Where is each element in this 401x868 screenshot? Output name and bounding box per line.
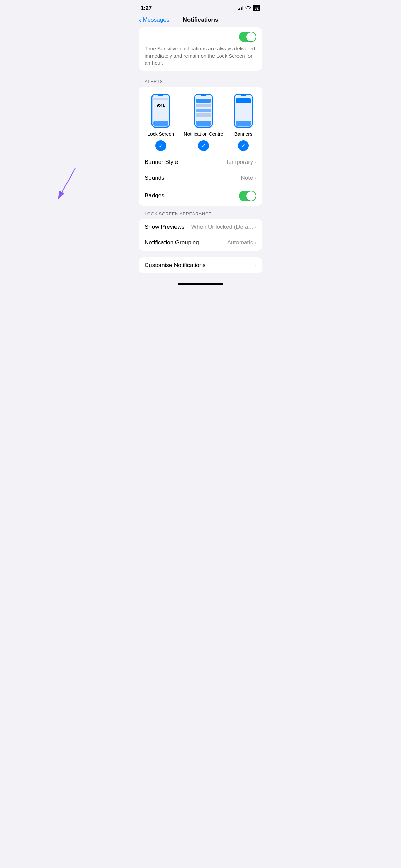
banner-style-chevron: › [254,159,256,166]
show-previews-row[interactable]: Show Previews When Unlocked (Defa... › [139,219,262,235]
content-area: Time Sensitive notifications are always … [134,27,267,273]
banners-phone-icon [233,94,254,128]
notification-centre-phone-icon [193,94,214,128]
svg-rect-2 [153,98,168,100]
back-button[interactable]: ‹ Messages [139,16,169,23]
time-sensitive-card: Time Sensitive notifications are always … [139,27,262,71]
show-previews-current: When Unlocked (Defa... [191,224,253,230]
lock-screen-check[interactable]: ✓ [155,140,166,151]
lock-screen-section-label: LOCK SCREEN APPEARANCE [139,206,262,219]
lock-screen-label: Lock Screen [147,131,174,137]
svg-rect-15 [236,121,251,126]
time-sensitive-toggle-row [145,32,256,42]
battery-icon: 82 [253,5,260,11]
notification-centre-check[interactable]: ✓ [198,140,209,151]
status-bar: 1:27 82 [134,0,267,14]
banner-style-label: Banner Style [145,159,178,166]
home-bar [178,283,223,285]
svg-rect-14 [236,98,251,103]
alert-option-lock-screen[interactable]: 9:41 Lock Screen ✓ [147,94,174,151]
badges-label: Badges [145,192,165,199]
show-previews-chevron: › [254,224,256,230]
time-sensitive-description: Time Sensitive notifications are always … [145,45,256,67]
sounds-chevron: › [254,174,256,181]
page-title: Notifications [183,16,218,23]
sounds-current: Note [241,174,253,181]
alert-option-banners[interactable]: Banners ✓ [233,94,254,151]
sounds-value: Note › [241,174,256,181]
sounds-label: Sounds [145,174,165,181]
svg-rect-9 [196,109,211,112]
back-chevron-icon: ‹ [139,16,142,23]
banners-check[interactable]: ✓ [238,140,249,151]
notification-centre-label: Notification Centre [184,131,223,137]
svg-rect-6 [201,95,206,96]
back-label: Messages [143,16,169,23]
badges-toggle[interactable] [239,191,256,201]
notification-grouping-row[interactable]: Notification Grouping Automatic › [139,235,262,251]
customise-notifications-value: › [254,262,256,269]
customise-notifications-label: Customise Notifications [145,262,206,269]
banners-label: Banners [234,131,252,137]
status-time: 1:27 [141,5,152,12]
svg-rect-11 [196,121,211,126]
svg-rect-10 [196,113,211,117]
battery-level: 82 [255,6,259,10]
home-indicator [134,280,267,290]
svg-rect-7 [196,99,211,103]
show-previews-label: Show Previews [145,224,184,230]
status-icons: 82 [238,5,260,11]
show-previews-value: When Unlocked (Defa... › [191,224,256,230]
alerts-card: 9:41 Lock Screen ✓ Notification Centre [139,87,262,206]
customise-notifications-chevron: › [254,262,256,269]
lock-screen-phone-icon: 9:41 [150,94,171,128]
alerts-section-label: ALERTS [139,73,262,87]
notification-grouping-current: Automatic [227,239,253,246]
lock-screen-card: Show Previews When Unlocked (Defa... › N… [139,219,262,251]
wifi-icon [245,6,251,10]
svg-text:9:41: 9:41 [157,103,165,108]
nav-header: ‹ Messages Notifications [134,14,267,27]
notification-grouping-value: Automatic › [227,239,256,246]
svg-rect-8 [196,104,211,107]
notification-grouping-label: Notification Grouping [145,239,199,246]
svg-rect-13 [241,95,246,96]
svg-rect-1 [158,95,163,96]
banner-style-current: Temporary [226,159,253,166]
customize-notifications-card: Customise Notifications › [139,257,262,273]
sounds-row[interactable]: Sounds Note › [139,170,262,186]
badges-row[interactable]: Badges [139,186,262,206]
svg-rect-4 [153,121,168,126]
time-sensitive-toggle[interactable] [239,32,256,42]
alert-icons-row: 9:41 Lock Screen ✓ Notification Centre [139,87,262,154]
banner-style-value: Temporary › [226,159,256,166]
notification-grouping-chevron: › [254,239,256,246]
customise-notifications-row[interactable]: Customise Notifications › [139,257,262,273]
banner-style-row[interactable]: Banner Style Temporary › [139,154,262,170]
signal-icon [238,6,243,10]
alert-option-notification-centre[interactable]: Notification Centre ✓ [184,94,223,151]
